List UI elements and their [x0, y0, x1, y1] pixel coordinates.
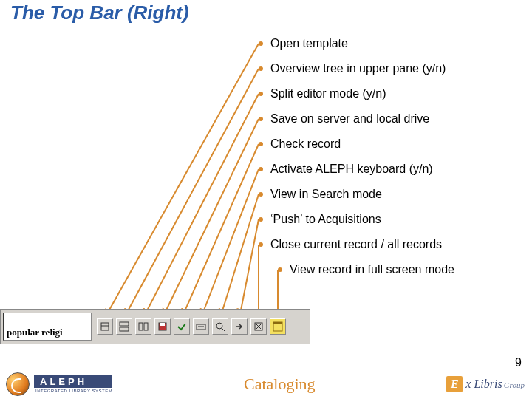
overview-tree-button[interactable] [116, 318, 132, 335]
svg-line-0 [105, 44, 259, 318]
aleph-name: ALEPH [34, 375, 112, 388]
svg-rect-17 [160, 323, 165, 326]
bullet-text: Close current record / all records [270, 238, 442, 251]
svg-rect-14 [139, 323, 143, 330]
bullet-list: Open template Overview tree in upper pan… [259, 37, 525, 288]
toolbar-buttons [94, 310, 289, 344]
page-number: 9 [515, 356, 522, 369]
bullet-icon [278, 267, 282, 272]
svg-line-3 [163, 119, 259, 318]
bullet-icon [259, 117, 263, 121]
svg-rect-10 [101, 323, 109, 330]
aleph-brand: ALEPH INTEGRATED LIBRARY SYSTEM [34, 375, 112, 393]
footer-left: ALEPH INTEGRATED LIBRARY SYSTEM [0, 372, 112, 396]
svg-line-6 [220, 194, 259, 318]
aleph-logo-icon [6, 372, 30, 396]
bullet-text: Open template [270, 37, 348, 50]
aleph-subtitle: INTEGRATED LIBRARY SYSTEM [34, 388, 112, 393]
push-acquisitions-button[interactable] [231, 318, 248, 335]
aleph-keyboard-button[interactable] [193, 318, 209, 335]
bullet-text: ‘Push’ to Acquisitions [270, 213, 381, 226]
bullet-item: View record in full screen mode [278, 263, 525, 276]
bullet-text: Split editor mode (y/n) [270, 87, 386, 100]
svg-rect-12 [120, 322, 129, 326]
svg-line-5 [201, 169, 259, 318]
view-search-button[interactable] [212, 318, 228, 335]
bullet-item: Close current record / all records [259, 238, 525, 251]
svg-rect-13 [120, 327, 129, 331]
bullet-text: Overview tree in upper pane (y/n) [270, 62, 446, 75]
bullet-icon [259, 92, 263, 96]
bullet-icon [259, 142, 263, 146]
bullet-item: View in Search mode [259, 188, 525, 201]
footer: ALEPH INTEGRATED LIBRARY SYSTEM Catalogi… [0, 369, 532, 399]
exlibris-text: x LibrisGroup [466, 378, 525, 391]
close-record-button[interactable] [250, 318, 267, 335]
bullet-text: View record in full screen mode [290, 263, 454, 276]
footer-right: E x LibrisGroup [446, 376, 532, 392]
toolbar: popular religi [0, 309, 310, 344]
svg-rect-15 [144, 323, 148, 330]
save-button[interactable] [154, 318, 171, 335]
bullet-text: Check record [270, 137, 341, 151]
bullet-item: Open template [259, 37, 525, 50]
bullet-item: Activate ALEPH keyboard (y/n) [259, 163, 525, 176]
bullet-icon [259, 242, 263, 247]
bullet-icon [259, 192, 263, 197]
exlibris-logo-icon: E [446, 376, 463, 392]
check-record-button[interactable] [174, 318, 190, 335]
bullet-item: Save on server and local drive [259, 112, 525, 126]
svg-rect-26 [273, 322, 282, 324]
bullet-icon [259, 167, 263, 171]
bullet-text: View in Search mode [270, 188, 382, 201]
fullscreen-button[interactable] [270, 318, 286, 335]
svg-line-1 [124, 69, 259, 318]
bullet-icon [259, 217, 263, 222]
svg-line-7 [239, 219, 259, 318]
svg-point-20 [216, 323, 222, 329]
bullet-icon [259, 66, 263, 71]
bullet-text: Save on server and local drive [270, 112, 429, 126]
search-input[interactable]: popular religi [3, 313, 92, 341]
bullet-item: ‘Push’ to Acquisitions [259, 213, 525, 226]
page-title: The Top Bar (Right) [10, 1, 189, 24]
bullet-item: Split editor mode (y/n) [259, 87, 525, 100]
open-template-button[interactable] [97, 318, 113, 335]
title-underline [0, 30, 532, 30]
split-editor-button[interactable] [135, 318, 151, 335]
bullet-item: Overview tree in upper pane (y/n) [259, 62, 525, 75]
bullet-text: Activate ALEPH keyboard (y/n) [270, 163, 433, 176]
svg-line-21 [222, 328, 225, 331]
bullet-icon [259, 41, 263, 46]
bullet-item: Check record [259, 137, 525, 151]
footer-center-label: Cataloging [112, 375, 446, 394]
svg-line-4 [182, 144, 259, 318]
svg-line-2 [143, 94, 259, 318]
